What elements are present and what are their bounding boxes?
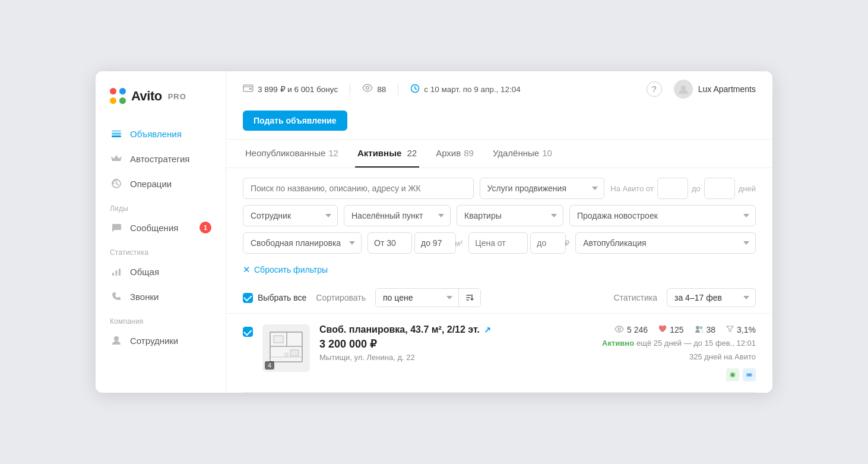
tab-count: 89 — [464, 148, 474, 158]
select-all-checkbox[interactable] — [243, 293, 253, 303]
svg-rect-17 — [274, 336, 283, 343]
crown-icon — [110, 152, 123, 165]
select-all-label[interactable]: Выбрать все — [243, 293, 306, 303]
price-to-input[interactable] — [530, 232, 566, 254]
sort-select-wrap: по цене по дате по просмотрам — [375, 288, 481, 307]
city-select[interactable]: Населённый пункт — [344, 205, 451, 226]
listing-price: 3 200 000 ₽ — [319, 337, 580, 351]
contacts-stat-item: 38 — [695, 324, 716, 334]
tab-label: Активные — [357, 148, 401, 158]
tab-archive[interactable]: Архив89 — [433, 140, 476, 168]
filter-row-3: Свободная планировка м² ₽ Автопубликация — [243, 232, 756, 254]
views-stat: 88 — [362, 84, 386, 94]
tab-label: Неопубликованные — [245, 148, 325, 158]
sidebar-item-label: Общая — [130, 267, 159, 277]
sidebar-item-calls[interactable]: Звонки — [96, 284, 226, 309]
avito-to-input[interactable] — [704, 178, 735, 199]
search-input[interactable] — [243, 178, 474, 199]
external-link-icon[interactable]: ↗ — [484, 325, 491, 334]
svg-rect-1 — [112, 133, 121, 135]
promo-select[interactable]: Услуги продвижения — [480, 178, 605, 199]
deal-type-select[interactable]: Продажа новостроек — [569, 205, 756, 226]
eye-icon — [362, 84, 373, 94]
sort-direction-button[interactable] — [458, 289, 480, 307]
autopub-select[interactable]: Автопубликация — [575, 232, 756, 254]
listing-title: Своб. планировка, 43.7 м², 2/12 эт. ↗ — [319, 324, 580, 335]
wallet-icon — [243, 83, 254, 96]
listings-list: ⬜ 4 Своб. планировка, 43.7 м², 2/12 эт. … — [226, 314, 772, 393]
post-listing-button[interactable]: Подать объявление — [243, 111, 347, 131]
logo-icon — [110, 88, 126, 105]
sort-select[interactable]: по цене по дате по просмотрам — [376, 289, 458, 307]
stats-row: 5 246 125 — [614, 324, 756, 334]
avatar — [674, 80, 693, 99]
filters-panel: Услуги продвижения На Авито от до дней С… — [226, 168, 772, 282]
layers-icon — [110, 127, 123, 140]
logo: Avito PRO — [96, 88, 226, 121]
status-badge: Активно — [602, 339, 634, 348]
green-tag-icon — [726, 368, 739, 381]
eye-icon — [614, 324, 624, 334]
sidebar-item-general[interactable]: Общая — [96, 259, 226, 284]
listing-tags — [726, 368, 756, 381]
area-unit: м² — [455, 239, 462, 248]
phone-icon — [110, 290, 123, 303]
svg-rect-2 — [112, 130, 121, 132]
divider-1 — [350, 83, 350, 95]
tab-deleted[interactable]: Удалённые10 — [490, 140, 555, 168]
svg-point-7 — [114, 336, 119, 341]
balance-stat: 3 899 ₽ и 6 001 бонус — [243, 83, 338, 96]
reset-filters-button[interactable]: ✕ Сбросить фильтры — [243, 260, 756, 282]
svg-point-23 — [699, 326, 702, 329]
tab-count: 10 — [542, 148, 552, 158]
help-button[interactable]: ? — [647, 81, 662, 97]
balance-value: 3 899 ₽ и 6 001 бонус — [258, 84, 338, 94]
heart-icon — [658, 324, 667, 334]
chart-icon — [110, 265, 123, 278]
sort-label: Сортировать — [316, 293, 366, 302]
tab-active[interactable]: Активные 22 — [355, 140, 419, 168]
sidebar-item-label: Автостратегия — [130, 154, 189, 164]
tab-label: Удалённые — [493, 148, 539, 158]
tab-label: Архив — [436, 148, 461, 158]
people-icon — [695, 324, 704, 334]
price-range: ₽ — [468, 232, 569, 254]
username: Lux Apartments — [698, 84, 756, 94]
price-from-input[interactable] — [468, 232, 528, 254]
price-currency: ₽ — [565, 239, 569, 248]
sidebar-item-employees[interactable]: Сотрудники — [96, 328, 226, 353]
svg-point-12 — [681, 86, 686, 90]
employee-select[interactable]: Сотрудник — [243, 205, 338, 226]
stats-period-select[interactable]: за 4–17 фев за месяц за неделю — [667, 288, 756, 307]
stats-label: Статистика — [613, 293, 657, 302]
sidebar-item-operations[interactable]: Операции — [96, 171, 226, 196]
stats-section-label: Статистика — [96, 240, 226, 259]
filter-icon — [726, 324, 734, 334]
area-from-input[interactable] — [368, 232, 412, 254]
days-on-avito: 325 дней на Авито — [689, 352, 756, 361]
area-to-input[interactable] — [414, 232, 456, 254]
sidebar-item-listings[interactable]: Объявления — [96, 121, 226, 146]
blue-tag-icon — [743, 368, 756, 381]
listing-checkbox[interactable] — [243, 327, 253, 337]
sidebar-item-label: Сообщения — [130, 223, 178, 233]
clock-icon — [410, 84, 420, 95]
tab-unpublished[interactable]: Неопубликованные12 — [243, 140, 341, 168]
listing-thumbnail[interactable]: ⬜ 4 — [262, 324, 310, 372]
avito-from-input[interactable] — [657, 178, 688, 199]
category-select[interactable]: Квартиры — [457, 205, 563, 226]
reset-label: Сбросить фильтры — [254, 265, 328, 274]
filter-row-2: Сотрудник Населённый пункт Квартиры Прод… — [243, 205, 756, 226]
listing-address: Мытищи, ул. Ленина, д. 22 — [319, 353, 580, 362]
main-content: 3 899 ₽ и 6 001 бонус 88 — [226, 71, 772, 393]
user-menu[interactable]: Lux Apartments — [674, 80, 756, 99]
svg-rect-4 — [112, 273, 114, 276]
sidebar-item-autostrategy[interactable]: Автостратегия — [96, 146, 226, 171]
layout-select[interactable]: Свободная планировка — [243, 232, 362, 254]
table-row: ⬜ 4 Своб. планировка, 43.7 м², 2/12 эт. … — [243, 314, 756, 393]
svg-point-25 — [731, 373, 734, 377]
sidebar-item-messages[interactable]: Сообщения 1 — [96, 215, 226, 240]
sidebar: Avito PRO Объявления Автостратегия — [96, 71, 226, 393]
history-icon — [110, 177, 123, 190]
brand-pro: PRO — [168, 92, 186, 101]
